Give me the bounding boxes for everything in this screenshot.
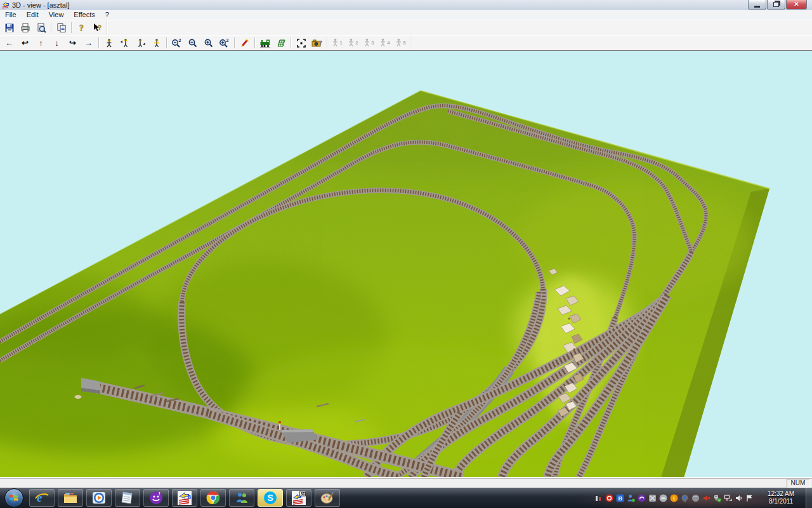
- taskbar-wintrack[interactable]: 8: [172, 489, 197, 507]
- walk-view-1-button[interactable]: [101, 36, 117, 50]
- taskbar-chrome[interactable]: [200, 489, 226, 507]
- svg-text:!: !: [159, 491, 160, 497]
- arrow-uturn-left-icon: ↩: [22, 39, 29, 47]
- context-help-icon: ?: [93, 23, 103, 33]
- zoom-in-button[interactable]: [200, 36, 216, 50]
- taskbar-live-messenger[interactable]: [229, 489, 254, 507]
- pan-up-button[interactable]: ↑: [33, 36, 49, 50]
- taskbar-media-player[interactable]: [86, 489, 112, 507]
- close-button[interactable]: ✕: [786, 0, 807, 10]
- tray-bitcomet-icon[interactable]: B: [615, 488, 625, 508]
- menu-edit[interactable]: Edit: [22, 10, 44, 20]
- main-toolbar: ? ?: [0, 20, 812, 36]
- toolbar-separator: [98, 37, 99, 48]
- tray-webcam-icon[interactable]: [679, 488, 690, 508]
- tray-purple-app-icon[interactable]: [636, 488, 647, 508]
- taskbar-notepad[interactable]: [115, 489, 140, 507]
- tray-network-icon[interactable]: [723, 488, 733, 508]
- tray-gray-app-icon[interactable]: [647, 488, 658, 508]
- arrow-left-icon: ←: [5, 39, 13, 47]
- svg-text:B: B: [619, 495, 623, 502]
- menu-effects[interactable]: Effects: [69, 10, 100, 20]
- walk-view-2-button[interactable]: [117, 36, 133, 50]
- pan-right-button[interactable]: →: [81, 36, 96, 50]
- minimize-button[interactable]: [748, 0, 766, 10]
- snapshot-camera-button[interactable]: ?: [309, 36, 325, 50]
- zoom-in-icon: [204, 38, 214, 48]
- walk-view-4-icon: [152, 38, 162, 48]
- person-1-button[interactable]: 1: [329, 36, 345, 50]
- walk-view-3-icon: [136, 38, 146, 48]
- person-2-icon: [348, 38, 355, 48]
- wintrack-3d-badge: 3D: [301, 491, 306, 496]
- taskbar-yahoo-messenger[interactable]: !: [143, 489, 169, 507]
- person-5-button[interactable]: 5: [393, 36, 409, 50]
- print-button[interactable]: [17, 20, 33, 35]
- taskbar-wintrack-3d[interactable]: 3D: [286, 489, 311, 507]
- walk-view-4-button[interactable]: [148, 36, 164, 50]
- tray-security-red-icon[interactable]: [604, 488, 615, 508]
- media-player-icon: [91, 490, 107, 505]
- paint-icon: [320, 490, 335, 505]
- fullscreen-button[interactable]: [293, 36, 309, 50]
- tray-mini-app-icon[interactable]: [593, 488, 604, 508]
- context-help-button[interactable]: ?: [89, 20, 105, 35]
- start-button[interactable]: [4, 488, 23, 507]
- tray-usb-icon[interactable]: [712, 488, 723, 508]
- snapshot-camera-icon: ?: [311, 38, 323, 48]
- taskbar-clock[interactable]: 12:32 AM 8/1/2011: [759, 488, 803, 508]
- zoom-out-2x-button[interactable]: 2: [169, 36, 185, 50]
- zoom-out-button[interactable]: [185, 36, 200, 50]
- person-3-button[interactable]: 3: [361, 36, 377, 50]
- svg-text:!: !: [673, 495, 675, 502]
- person-2-button[interactable]: 2: [345, 36, 361, 50]
- taskbar-internet-explorer[interactable]: e: [29, 489, 55, 507]
- save-button[interactable]: [1, 20, 17, 35]
- pan-down-button[interactable]: ↓: [49, 36, 65, 50]
- svg-text:?: ?: [319, 39, 322, 46]
- taskbar-paint[interactable]: [315, 489, 340, 507]
- show-desktop-button[interactable]: [806, 488, 812, 508]
- person-4-button[interactable]: 4: [377, 36, 393, 50]
- rotate-right-button[interactable]: ↪: [65, 36, 81, 50]
- menu-view[interactable]: View: [44, 10, 69, 20]
- print-preview-button[interactable]: [33, 20, 49, 35]
- restore-icon: [773, 2, 779, 7]
- tray-speaker-icon[interactable]: [733, 488, 744, 508]
- rotate-left-button[interactable]: ↩: [17, 36, 33, 50]
- copy-button[interactable]: [53, 20, 69, 35]
- skype-glyph: S: [268, 493, 273, 503]
- tray-user-status-icon[interactable]: [625, 488, 636, 508]
- tray-action-center-flag-icon[interactable]: [744, 488, 755, 508]
- menu-bar: File Edit View Effects ?: [0, 10, 812, 20]
- wintrack-icon: 8: [177, 490, 192, 505]
- walk-view-3-button[interactable]: [133, 36, 148, 50]
- pan-left-button[interactable]: ←: [1, 36, 17, 50]
- zoom-in-2x-button[interactable]: 2: [216, 36, 232, 50]
- wintrack-badge: 8: [188, 494, 191, 500]
- application-window: 3D - view - [asztal] ✕ File Edit View Ef…: [0, 0, 812, 508]
- clock-date: 8/1/2011: [759, 498, 803, 505]
- taskbar-windows-explorer[interactable]: [58, 489, 83, 507]
- tray-alert-orange-icon[interactable]: !: [669, 488, 679, 508]
- windows-logo-icon: [8, 492, 20, 504]
- svg-text:2: 2: [226, 38, 229, 43]
- tray-status-dnd-icon[interactable]: [658, 488, 669, 508]
- menu-help[interactable]: ?: [100, 10, 114, 20]
- 3d-viewport[interactable]: [0, 50, 812, 477]
- locomotive-button[interactable]: [257, 36, 273, 50]
- terrain-icon: [276, 38, 286, 48]
- terrain-button[interactable]: [273, 36, 289, 50]
- lay-track-button[interactable]: [237, 36, 252, 50]
- notepad-icon: [120, 490, 135, 505]
- tray-gray-ball-icon[interactable]: [690, 488, 701, 508]
- restore-button[interactable]: [767, 0, 785, 10]
- toolbar-separator: [327, 37, 327, 48]
- help-button[interactable]: ?: [74, 20, 89, 35]
- menu-file[interactable]: File: [0, 10, 22, 20]
- toolbar-separator: [51, 22, 51, 33]
- tray-volume-muted-icon[interactable]: [701, 488, 712, 508]
- taskbar-skype[interactable]: S: [258, 489, 283, 507]
- person-2-number: 2: [355, 40, 358, 46]
- taskbar-buttons: e: [29, 489, 343, 507]
